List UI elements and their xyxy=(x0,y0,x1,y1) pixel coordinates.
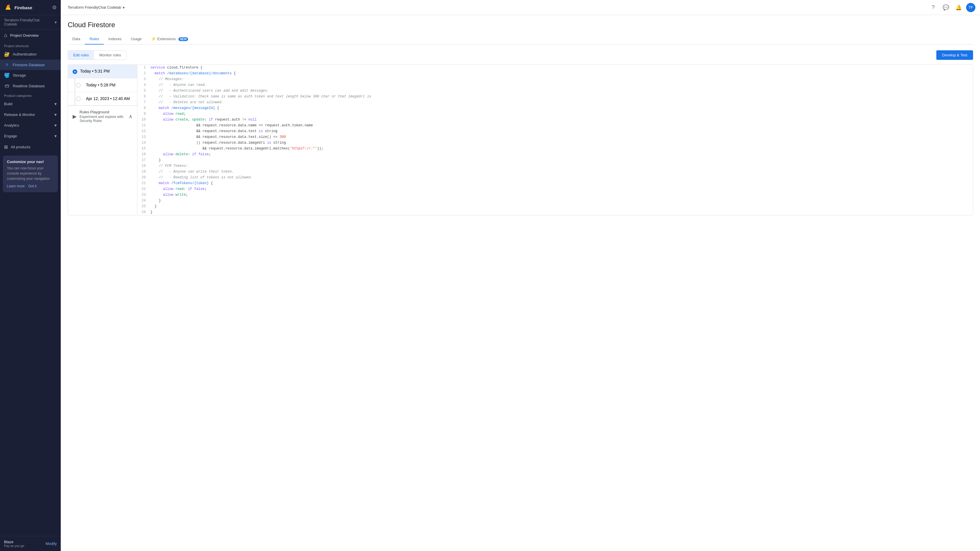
sidebar-item-storage[interactable]: 🪣 Storage xyxy=(0,70,61,81)
build-chevron-icon: ▾ xyxy=(54,101,57,107)
got-it-link[interactable]: Got it xyxy=(28,184,37,188)
rules-toolbar: Edit rules Monitor rules Develop & Test xyxy=(68,50,973,60)
history-item-3-label: Apr 12, 2023 • 12:40 AM xyxy=(86,96,130,101)
sidebar-label-realtime-db: Realtime Database xyxy=(13,84,45,88)
extensions-badge: NEW xyxy=(178,37,188,41)
code-line-11: 11 && request.resource.data.name == requ… xyxy=(137,122,973,129)
plan-info: Blaze Pay as you go xyxy=(4,540,24,548)
monitor-rules-tab[interactable]: Monitor rules xyxy=(94,51,126,60)
code-line-15: 15 && request.resource.data.imageUrl.mat… xyxy=(137,146,973,151)
edit-rules-tab[interactable]: Edit rules xyxy=(68,51,94,60)
learn-more-link[interactable]: Learn more xyxy=(7,184,25,188)
notifications-icon-button[interactable]: 🔔 xyxy=(953,2,964,13)
sidebar-item-realtime-db[interactable]: 🗃 Realtime Database xyxy=(0,81,61,91)
all-products-grid-icon: ⊞ xyxy=(4,144,8,150)
code-line-14: 14 || request.resource.data.imageUrl is … xyxy=(137,140,973,146)
customize-nav-title: Customize your nav! xyxy=(7,160,54,164)
sidebar-item-authentication[interactable]: 🔐 Authentication xyxy=(0,49,61,60)
release-chevron-icon: ▾ xyxy=(54,112,57,118)
code-line-1: 1 service cloud.firestore { xyxy=(137,65,973,70)
playground-title: Rules Playground xyxy=(80,110,126,114)
main-content: Terraform FriendlyChat Codelab ▾ ? 💬 🔔 T… xyxy=(61,0,980,551)
sidebar-item-firestore[interactable]: ≡ Firestore Database xyxy=(0,60,61,70)
sidebar: Firebase ⚙ Terraform FriendlyChat Codela… xyxy=(0,0,61,551)
sidebar-section-categories: Product categories xyxy=(0,91,61,98)
code-line-9: 9 allow read; xyxy=(137,111,973,117)
project-selector-chevron-icon: ▾ xyxy=(55,20,57,25)
project-selector[interactable]: Terraform FriendlyChat Codelab ▾ xyxy=(0,15,61,30)
history-dot-3 xyxy=(76,97,81,101)
sidebar-footer: Blaze Pay as you go Modify xyxy=(0,536,61,551)
tab-indexes[interactable]: Indexes xyxy=(104,34,126,44)
code-line-26: 26 } xyxy=(137,209,973,215)
help-icon-button[interactable]: ? xyxy=(928,2,939,13)
customize-nav-panel: Customize your nav! You can now focus yo… xyxy=(3,156,58,192)
history-item-1[interactable]: Today • 5:31 PM xyxy=(68,65,137,78)
authentication-icon: 🔐 xyxy=(4,51,10,57)
plan-name: Blaze xyxy=(4,540,24,544)
customize-nav-body: You can now focus your console experienc… xyxy=(7,166,54,181)
topbar-chevron-icon: ▾ xyxy=(123,5,125,10)
code-line-10: 10 allow create, update: if request.auth… xyxy=(137,117,973,122)
project-selector-label: Terraform FriendlyChat Codelab xyxy=(4,18,53,26)
firebase-logo xyxy=(4,3,12,11)
plan-sub: Pay as you go xyxy=(4,544,24,548)
firebase-brand-label: Firebase xyxy=(14,5,32,10)
history-item-2[interactable]: Today • 5:28 PM xyxy=(68,78,137,92)
rules-playground-panel[interactable]: ▶ Rules Playground Experiment and explor… xyxy=(68,105,137,127)
rules-mode-tabs: Edit rules Monitor rules xyxy=(68,50,126,60)
code-line-25: 25 } xyxy=(137,203,973,209)
sidebar-category-build[interactable]: Build ▾ xyxy=(0,98,61,109)
sidebar-label-firestore: Firestore Database xyxy=(13,63,45,67)
sidebar-category-analytics[interactable]: Analytics ▾ xyxy=(0,120,61,131)
analytics-chevron-icon: ▾ xyxy=(54,122,57,128)
sidebar-category-engage[interactable]: Engage ▾ xyxy=(0,131,61,141)
history-dot-2 xyxy=(76,83,81,87)
sidebar-item-all-products[interactable]: ⊞ All products xyxy=(0,141,61,152)
develop-test-button[interactable]: Develop & Test xyxy=(936,50,973,60)
page-tabs: Data Rules Indexes Usage ⚡Extensions NEW xyxy=(68,33,973,44)
tab-extensions[interactable]: ⚡Extensions NEW xyxy=(146,33,193,44)
home-icon: ⌂ xyxy=(4,32,7,38)
engage-chevron-icon: ▾ xyxy=(54,133,57,139)
modify-button[interactable]: Modify xyxy=(46,541,57,546)
code-editor[interactable]: 1 service cloud.firestore { 2 match /dat… xyxy=(137,65,973,215)
sidebar-section-shortcuts: Project shortcuts xyxy=(0,41,61,49)
chat-icon-button[interactable]: 💬 xyxy=(941,2,951,13)
playground-icon: ▶ xyxy=(73,113,76,120)
code-line-3: 3 // Messages: xyxy=(137,76,973,82)
code-line-23: 23 allow write; xyxy=(137,192,973,198)
playground-subtitle: Experiment and explore with Security Rul… xyxy=(80,115,126,123)
user-avatar[interactable]: TF xyxy=(966,3,975,12)
firestore-icon: ≡ xyxy=(4,62,10,67)
sidebar-category-release[interactable]: Release & Monitor ▾ xyxy=(0,109,61,120)
topbar-project-name: Terraform FriendlyChat Codelab xyxy=(68,5,121,10)
project-overview-label: Project Overview xyxy=(10,33,38,38)
code-line-16: 16 allow delete: if false; xyxy=(137,151,973,157)
tab-rules[interactable]: Rules xyxy=(85,34,103,44)
sidebar-label-authentication: Authentication xyxy=(13,52,37,56)
topbar: Terraform FriendlyChat Codelab ▾ ? 💬 🔔 T… xyxy=(61,0,980,15)
realtime-db-icon: 🗃 xyxy=(4,83,10,89)
settings-icon[interactable]: ⚙ xyxy=(52,4,57,11)
code-line-22: 22 allow read: if false; xyxy=(137,186,973,192)
playground-chevron-icon[interactable]: ∧ xyxy=(129,113,132,120)
code-line-20: 20 // - Reading list of tokens is not al… xyxy=(137,175,973,180)
history-dot-active xyxy=(73,69,77,74)
sidebar-category-engage-label: Engage xyxy=(4,134,17,138)
code-line-8: 8 match /messages/{messageId} { xyxy=(137,105,973,111)
customize-nav-links: Learn more Got it xyxy=(7,184,54,188)
code-line-18: 18 // FCM Tokens: xyxy=(137,163,973,169)
code-line-13: 13 && request.resource.data.text.size() … xyxy=(137,134,973,140)
sidebar-header: Firebase ⚙ xyxy=(0,0,61,15)
tab-data[interactable]: Data xyxy=(68,34,85,44)
tab-usage[interactable]: Usage xyxy=(126,34,146,44)
rules-container: Today • 5:31 PM Today • 5:28 PM Apr 12, … xyxy=(68,65,973,215)
topbar-project-selector[interactable]: Terraform FriendlyChat Codelab ▾ xyxy=(65,4,127,11)
code-line-19: 19 // - Anyone can write their token. xyxy=(137,169,973,175)
history-panel: Today • 5:31 PM Today • 5:28 PM Apr 12, … xyxy=(68,65,137,215)
sidebar-category-analytics-label: Analytics xyxy=(4,123,19,127)
sidebar-item-project-overview[interactable]: ⌂ Project Overview xyxy=(0,30,61,41)
code-line-21: 21 match /fcmTokens/{token} { xyxy=(137,180,973,186)
history-item-3[interactable]: Apr 12, 2023 • 12:40 AM xyxy=(68,92,137,105)
